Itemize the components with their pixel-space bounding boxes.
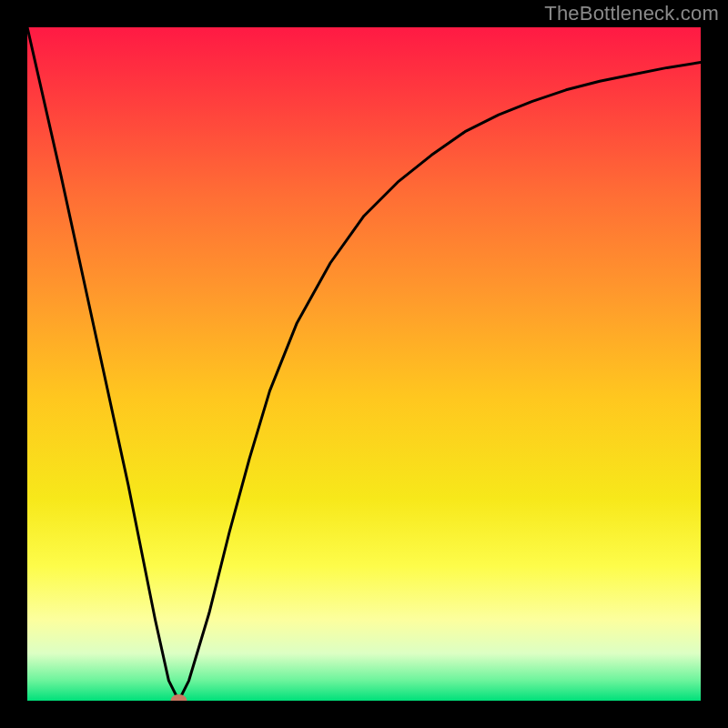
watermark-text: TheBottleneck.com xyxy=(544,2,719,25)
chart-frame: TheBottleneck.com xyxy=(0,0,728,728)
plot-area xyxy=(27,27,701,701)
heatmap-background xyxy=(27,27,701,701)
chart-svg xyxy=(27,27,701,701)
